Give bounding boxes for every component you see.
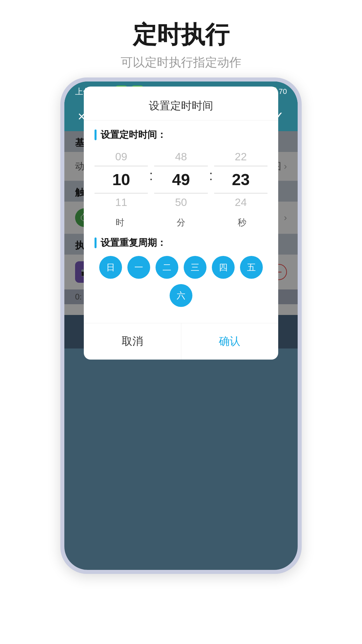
cancel-button[interactable]: 取消: [84, 323, 181, 360]
confirm-button-dialog[interactable]: 确认: [181, 323, 279, 360]
dialog-overlay: 设置定时时间 设置定时时间： 09 10: [64, 131, 298, 315]
dialog-buttons: 取消 确认: [84, 323, 278, 360]
time-units-row: 时 分 秒: [95, 214, 267, 228]
separator-2: :: [209, 168, 213, 191]
repeat-section-label: 设置重复周期：: [95, 236, 267, 249]
hours-unit: 时: [95, 217, 145, 228]
dialog-title: 设置定时时间: [84, 87, 278, 120]
phone-frame: 上午11:14 G G 0.0K/s ✦ ◄ 📶 🔋70 × 编辑指令 ✓ 基本…: [60, 77, 302, 574]
day-button-6[interactable]: 六: [170, 284, 192, 307]
minutes-current: 49: [154, 166, 207, 194]
minutes-prev: 48: [175, 148, 187, 166]
hours-column[interactable]: 09 10 11: [95, 148, 148, 211]
page-title: 定时执行: [121, 20, 241, 49]
hours-current: 10: [95, 166, 148, 194]
repeat-section: 设置重复周期： 日一二三四五六: [95, 236, 267, 307]
repeat-blue-bar: [95, 237, 97, 248]
day-button-3[interactable]: 三: [184, 256, 206, 279]
day-buttons-row: 日一二三四五六: [95, 256, 267, 307]
time-picker[interactable]: 09 10 11 : 48 49 50 :: [95, 148, 267, 211]
seconds-prev: 22: [235, 148, 247, 166]
time-section-label: 设置定时时间：: [95, 128, 267, 141]
day-button-4[interactable]: 四: [212, 256, 235, 279]
seconds-current: 23: [214, 166, 267, 194]
day-button-0[interactable]: 日: [99, 256, 122, 279]
day-button-1[interactable]: 一: [127, 256, 150, 279]
seconds-next: 24: [235, 194, 247, 211]
minutes-next: 50: [175, 194, 187, 211]
day-button-2[interactable]: 二: [156, 256, 178, 279]
minutes-column[interactable]: 48 49 50: [154, 148, 207, 211]
day-button-5[interactable]: 五: [240, 256, 263, 279]
blue-accent-bar: [95, 129, 97, 140]
hours-prev: 09: [115, 148, 127, 166]
dialog-body: 设置定时时间： 09 10 11 :: [84, 120, 278, 315]
seconds-column[interactable]: 22 23 24: [214, 148, 267, 211]
phone-inner: 上午11:14 G G 0.0K/s ✦ ◄ 📶 🔋70 × 编辑指令 ✓ 基本…: [64, 82, 298, 570]
page-subtitle: 可以定时执行指定动作: [121, 54, 241, 71]
separator-1: :: [149, 168, 153, 191]
hours-next: 11: [115, 194, 127, 211]
seconds-unit: 秒: [217, 217, 267, 228]
timer-dialog: 设置定时时间 设置定时时间： 09 10: [84, 87, 278, 360]
minutes-unit: 分: [156, 217, 206, 228]
app-content: 基本信息 动作名称： 定时截图 › 触发 ⏱ › 执行 📷: [64, 131, 298, 315]
